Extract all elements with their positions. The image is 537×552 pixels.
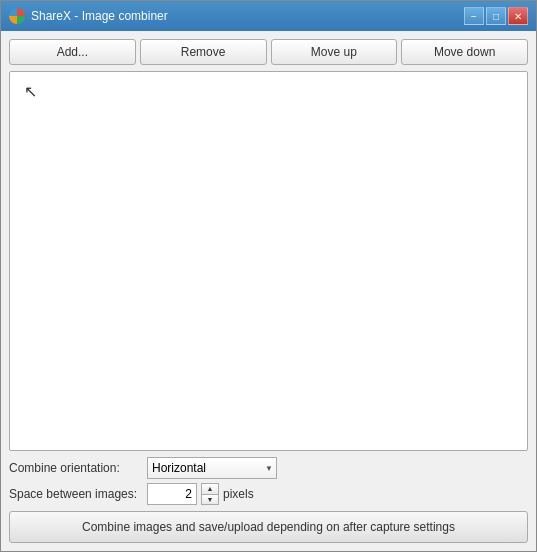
restore-button[interactable]: □ <box>486 7 506 25</box>
content-area: Add... Remove Move up Move down ↖ Combin… <box>1 31 536 551</box>
cursor-indicator: ↖ <box>24 84 37 100</box>
spinbox-wrapper: ▲ ▼ pixels <box>147 483 254 505</box>
combine-button[interactable]: Combine images and save/upload depending… <box>9 511 528 543</box>
move-up-button[interactable]: Move up <box>271 39 398 65</box>
orientation-select-wrapper: Horizontal Vertical <box>147 457 277 479</box>
add-button[interactable]: Add... <box>9 39 136 65</box>
close-button[interactable]: ✕ <box>508 7 528 25</box>
spinbox-down-button[interactable]: ▼ <box>202 495 218 505</box>
spacing-input[interactable] <box>147 483 197 505</box>
spacing-row: Space between images: ▲ ▼ pixels <box>9 483 528 505</box>
window-title: ShareX - Image combiner <box>31 9 168 23</box>
title-controls: − □ ✕ <box>464 7 528 25</box>
spacing-label: Space between images: <box>9 487 139 501</box>
orientation-select[interactable]: Horizontal Vertical <box>147 457 277 479</box>
orientation-row: Combine orientation: Horizontal Vertical <box>9 457 528 479</box>
minimize-button[interactable]: − <box>464 7 484 25</box>
spinbox-buttons: ▲ ▼ <box>201 483 219 505</box>
spinbox-up-button[interactable]: ▲ <box>202 484 218 495</box>
main-window: ShareX - Image combiner − □ ✕ Add... Rem… <box>0 0 537 552</box>
toolbar: Add... Remove Move up Move down <box>9 39 528 65</box>
options-area: Combine orientation: Horizontal Vertical… <box>9 457 528 505</box>
sharex-icon <box>9 8 25 24</box>
move-down-button[interactable]: Move down <box>401 39 528 65</box>
pixels-label: pixels <box>223 487 254 501</box>
remove-button[interactable]: Remove <box>140 39 267 65</box>
title-bar-left: ShareX - Image combiner <box>9 8 168 24</box>
orientation-label: Combine orientation: <box>9 461 139 475</box>
image-list[interactable]: ↖ <box>9 71 528 451</box>
title-bar: ShareX - Image combiner − □ ✕ <box>1 1 536 31</box>
